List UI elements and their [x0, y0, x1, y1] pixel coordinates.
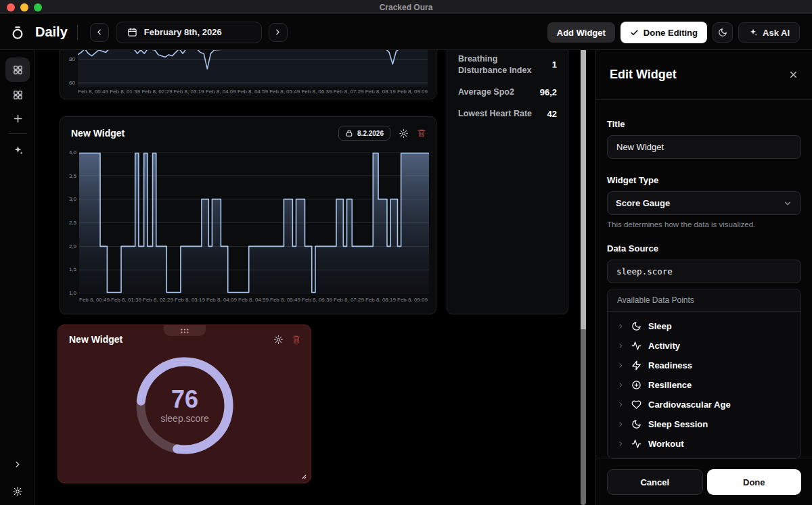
- prev-day-button[interactable]: [90, 23, 109, 42]
- data-points-header: Available Data Points: [608, 289, 800, 312]
- cancel-button[interactable]: Cancel: [607, 469, 703, 495]
- sidebar-item-dashboard[interactable]: [5, 57, 30, 82]
- date-lock-badge[interactable]: 8.2.2026: [338, 126, 390, 141]
- scrollbar[interactable]: [581, 50, 586, 505]
- activity-icon: [631, 341, 641, 351]
- dark-mode-toggle[interactable]: [713, 22, 733, 43]
- data-point-item-workout[interactable]: Workout: [608, 434, 800, 454]
- x-axis-tick: Feb 8, 04:59: [238, 297, 269, 303]
- y-axis-tick: 2,5: [69, 220, 76, 226]
- done-button[interactable]: Done: [707, 469, 802, 495]
- sidebar-item-add[interactable]: [5, 106, 30, 130]
- x-axis-tick: Feb 8, 05:49: [270, 297, 300, 303]
- x-axis-tick: Feb 8, 09:09: [397, 89, 428, 95]
- page-title: Daily: [35, 24, 68, 40]
- title-input[interactable]: [607, 135, 801, 159]
- widget-sleep-stages[interactable]: New Widget 8.2.2026 4,03: [60, 116, 436, 314]
- traffic-lights[interactable]: [7, 3, 42, 11]
- panel-title: Edit Widget: [610, 68, 677, 82]
- check-icon: [630, 28, 639, 37]
- scrollbar-track[interactable]: [581, 329, 586, 505]
- data-point-item-cardiovascular-age[interactable]: Cardiovascular Age: [608, 395, 800, 414]
- moon-icon: [631, 419, 641, 429]
- y-axis-tick: 1,0: [69, 290, 76, 296]
- data-source-input[interactable]: [607, 260, 801, 283]
- app-window: Cracked Oura Daily February 8th, 2026 Ad…: [0, 0, 812, 505]
- date-picker-button[interactable]: February 8th, 2026: [116, 22, 262, 43]
- stat-row: Breathing Disturbance Index1: [458, 53, 557, 76]
- drag-handle[interactable]: [164, 325, 206, 336]
- data-point-item-readiness[interactable]: Readiness: [608, 356, 800, 375]
- data-point-item-sleep[interactable]: Sleep: [608, 316, 800, 336]
- close-window-button[interactable]: [7, 3, 15, 11]
- sidebar-expand-button[interactable]: [5, 452, 30, 477]
- widget-sleep-stats[interactable]: Breathing Disturbance Index1Average Spo2…: [447, 50, 568, 314]
- chevron-right-icon: [617, 401, 625, 408]
- y-axis-tick: 2,0: [69, 243, 76, 249]
- widget-score-gauge-selected[interactable]: New Widget 76 sleep.score: [58, 324, 311, 483]
- sidebar-settings-button[interactable]: [5, 479, 30, 504]
- add-widget-button[interactable]: Add Widget: [547, 22, 615, 43]
- app-header: Daily February 8th, 2026 Add Widget Done…: [0, 15, 812, 50]
- minimize-window-button[interactable]: [20, 3, 28, 11]
- x-axis-tick: Feb 8, 09:09: [397, 297, 428, 303]
- x-axis-tick: Feb 8, 03:19: [175, 297, 205, 303]
- calendar-icon: [127, 27, 137, 37]
- close-panel-button[interactable]: [788, 70, 798, 80]
- next-day-button[interactable]: [269, 23, 288, 42]
- stats-list: Breathing Disturbance Index1Average Spo2…: [458, 53, 557, 120]
- data-point-item-resilience[interactable]: Resilience: [608, 375, 800, 395]
- score-gauge: 76 sleep.score: [134, 355, 235, 456]
- chevron-right-icon: [617, 342, 625, 350]
- chevron-left-icon: [95, 28, 104, 37]
- sleep-stage-step-chart: [79, 152, 429, 293]
- gauge-score-value: 76: [171, 387, 198, 412]
- sparkles-icon: [12, 145, 24, 156]
- widget-type-select[interactable]: Score Gauge: [607, 191, 801, 215]
- macos-titlebar: Cracked Oura: [0, 0, 812, 15]
- zoom-window-button[interactable]: [34, 3, 42, 11]
- stat-label: Lowest Heart Rate: [458, 108, 532, 120]
- scrollbar-thumb[interactable]: [581, 50, 586, 329]
- gear-icon: [12, 486, 23, 497]
- gear-icon: [273, 335, 284, 345]
- chevron-right-icon: [617, 362, 625, 369]
- y-axis-tick: 3,5: [69, 173, 76, 179]
- activity-icon: [631, 439, 641, 449]
- data-point-item-sleep-session[interactable]: Sleep Session: [608, 414, 800, 434]
- y-axis-tick: 60: [62, 80, 75, 87]
- x-axis-tick: Feb 8, 04:09: [206, 89, 236, 95]
- x-axis-tick: Feb 8, 08:19: [365, 89, 396, 95]
- data-point-item-activity[interactable]: Activity: [608, 336, 800, 356]
- chevron-down-icon: [783, 199, 792, 208]
- done-editing-button[interactable]: Done Editing: [621, 22, 707, 43]
- ask-ai-button[interactable]: Ask AI: [738, 22, 800, 43]
- widget-settings-button[interactable]: [273, 335, 284, 345]
- available-data-points: Available Data Points SleepActivityReadi…: [607, 289, 801, 459]
- grid-icon: [12, 89, 24, 101]
- x-axis-tick: Feb 8, 05:49: [269, 89, 300, 95]
- lock-date-label: 8.2.2026: [357, 130, 384, 137]
- resize-handle[interactable]: [298, 471, 307, 480]
- y-axis-tick: 3,0: [69, 196, 76, 202]
- widget-delete-button[interactable]: [417, 128, 426, 138]
- trash-icon: [417, 128, 426, 138]
- x-axis-tick: Feb 8, 06:39: [301, 89, 332, 95]
- widget-heart-rate-chart[interactable]: 80 60 Feb 8, 00:49Feb 8, 01:39Feb 8, 02:…: [60, 50, 436, 99]
- widget-type-helper: This determines how the data is visualiz…: [607, 220, 801, 229]
- moon-icon: [718, 28, 727, 37]
- x-axis-tick: Feb 8, 00:49: [79, 297, 110, 303]
- x-axis-tick: Feb 8, 00:49: [78, 89, 108, 95]
- sidebar-item-ai[interactable]: [5, 138, 30, 162]
- grip-dots-icon: [180, 328, 189, 334]
- widget-title: New Widget: [69, 334, 122, 345]
- widget-delete-button[interactable]: [292, 335, 301, 344]
- resize-icon: [298, 471, 307, 480]
- data-point-label: Readiness: [648, 360, 692, 370]
- x-axis-tick: Feb 8, 08:19: [365, 297, 396, 303]
- heart-rate-line-chart: [78, 50, 428, 87]
- edit-widget-panel: Edit Widget Title Widget Type Score Gaug…: [595, 50, 812, 505]
- sidebar-item-boards[interactable]: [5, 82, 30, 107]
- circle-plus-icon: [631, 380, 641, 390]
- widget-settings-button[interactable]: [399, 128, 409, 139]
